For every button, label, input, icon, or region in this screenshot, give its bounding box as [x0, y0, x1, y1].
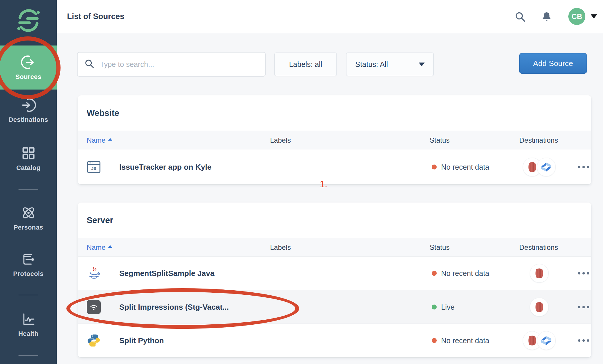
search-icon	[84, 58, 95, 70]
split-icon[interactable]	[537, 158, 556, 176]
page-title: List of Sources	[67, 0, 124, 33]
status-filter-label: Status: All	[355, 60, 388, 69]
kinesis-icon[interactable]	[530, 264, 549, 283]
source-name[interactable]: IssueTracker app on Kyle	[119, 162, 212, 171]
destination-badges	[520, 264, 558, 283]
destinations-icon	[21, 97, 36, 113]
column-header-labels: Labels	[270, 131, 291, 150]
sidebar-item-sources[interactable]: Sources	[0, 45, 57, 90]
table-row[interactable]: SegmentSplitSample Java No recent data	[78, 257, 591, 290]
sources-icon	[21, 54, 36, 70]
search-icon[interactable]	[514, 11, 526, 23]
server-sources-card: Server Name Labels Status Destinations S…	[78, 203, 591, 357]
search-input[interactable]	[100, 60, 259, 69]
bell-icon[interactable]	[540, 11, 553, 23]
section-title: Website	[87, 95, 119, 131]
sidebar-item-personas[interactable]: Personas	[0, 205, 57, 231]
personas-icon	[21, 205, 36, 221]
status-dot	[432, 164, 437, 169]
add-source-button[interactable]: Add Source	[519, 53, 587, 74]
status-filter-dropdown[interactable]: Status: All	[346, 53, 434, 76]
status-badge: No recent data	[432, 269, 489, 277]
sidebar-item-health[interactable]: Health	[0, 311, 57, 338]
destination-badges	[520, 298, 558, 316]
sidebar-item-label: Protocols	[13, 270, 43, 278]
sidebar-divider	[19, 295, 38, 295]
source-search-box	[77, 52, 266, 77]
source-name[interactable]: Split Impressions (Stg-Vacat...	[119, 302, 229, 311]
chevron-down-icon	[419, 63, 425, 66]
status-badge: No recent data	[432, 163, 489, 171]
protocols-icon	[21, 251, 36, 267]
column-header-name[interactable]: Name	[87, 131, 112, 150]
python-icon	[87, 333, 101, 348]
status-dot	[432, 304, 437, 309]
status-dot	[432, 271, 437, 276]
status-badge: No recent data	[432, 336, 489, 345]
column-header-status: Status	[430, 131, 450, 150]
sidebar-item-label: Destinations	[9, 116, 48, 124]
status-dot	[432, 338, 437, 343]
sidebar-item-label: Catalog	[16, 164, 40, 172]
sidebar-divider	[19, 355, 38, 356]
table-header-row: Name Labels Status Destinations	[78, 238, 591, 257]
top-bar: List of Sources CB	[57, 0, 603, 33]
source-name[interactable]: SegmentSplitSample Java	[119, 269, 215, 278]
website-sources-card: Website Name Labels Status Destinations …	[78, 95, 591, 184]
javascript-icon: JS	[87, 160, 101, 174]
caret-down-icon[interactable]	[591, 14, 597, 18]
health-icon	[21, 311, 36, 327]
sidebar-item-destinations[interactable]: Destinations	[0, 97, 57, 124]
table-header-row: Name Labels Status Destinations	[78, 131, 591, 149]
sort-asc-icon	[108, 138, 112, 141]
row-overflow-menu[interactable]	[574, 301, 593, 313]
column-header-destinations: Destinations	[519, 131, 558, 150]
sidebar: Sources Destinations Catalog	[0, 0, 57, 364]
column-header-status: Status	[430, 238, 450, 257]
sidebar-item-protocols[interactable]: Protocols	[0, 251, 57, 278]
table-row[interactable]: Split Python No recent data	[78, 324, 591, 357]
table-row[interactable]: Split Impressions (Stg-Vacat... Live	[78, 290, 591, 324]
sidebar-item-label: Sources	[15, 73, 41, 81]
sidebar-item-label: Health	[18, 330, 38, 338]
labels-filter-button[interactable]: Labels: all	[274, 53, 337, 76]
kinesis-icon[interactable]	[530, 298, 549, 316]
sidebar-item-catalog[interactable]: Catalog	[0, 145, 57, 172]
sort-asc-icon	[108, 245, 112, 248]
column-header-labels: Labels	[270, 238, 291, 257]
wifi-icon	[87, 300, 101, 314]
segment-logo-icon[interactable]	[17, 9, 40, 32]
section-title: Server	[87, 203, 113, 238]
destination-badges	[520, 158, 558, 176]
split-icon[interactable]	[537, 331, 556, 350]
row-overflow-menu[interactable]	[574, 161, 593, 173]
status-badge: Live	[432, 303, 455, 311]
source-name[interactable]: Split Python	[119, 336, 164, 345]
row-overflow-menu[interactable]	[574, 267, 593, 279]
column-header-name[interactable]: Name	[87, 238, 112, 257]
avatar[interactable]: CB	[568, 8, 585, 25]
destination-badges	[520, 331, 558, 350]
table-row[interactable]: JS IssueTracker app on Kyle No recent da…	[78, 149, 591, 184]
catalog-icon	[21, 145, 36, 161]
column-header-destinations: Destinations	[519, 238, 558, 257]
sidebar-item-label: Personas	[14, 224, 43, 231]
row-overflow-menu[interactable]	[574, 335, 593, 346]
sidebar-divider	[19, 189, 38, 190]
svg-text:JS: JS	[91, 166, 96, 171]
java-icon	[87, 266, 101, 280]
